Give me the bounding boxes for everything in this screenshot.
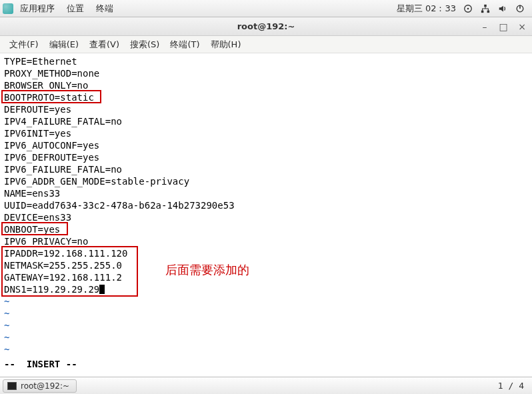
config-line: PROXY_METHOD=none [4, 67, 528, 79]
vim-empty-line: ~ [4, 331, 528, 343]
terminal-viewport[interactable]: TYPE=EthernetPROXY_METHOD=noneBROWSER_ON… [0, 53, 532, 377]
config-line: UUID=eadd7634-33c2-478a-b62a-14b273290e5… [4, 199, 528, 211]
close-button[interactable]: × [516, 21, 528, 33]
menu-help[interactable]: 帮助(H) [205, 39, 247, 51]
terminal-menubar: 文件(F) 编辑(E) 查看(V) 搜索(S) 终端(T) 帮助(H) [0, 36, 532, 53]
config-line: DEFROUTE=yes [4, 103, 528, 115]
config-line: ONBOOT=yes [4, 223, 528, 235]
svg-rect-2 [484, 4, 487, 7]
config-line: IPV6_FAILURE_FATAL=no [4, 163, 528, 175]
power-icon[interactable] [515, 3, 525, 14]
desktop-bottom-panel: root@192:~ 1 / 4 [0, 377, 532, 394]
config-line: IPADDR=192.168.111.120 [4, 247, 528, 259]
config-line: IPV6_DEFROUTE=yes [4, 151, 528, 163]
menu-file[interactable]: 文件(F) [4, 39, 44, 51]
vim-empty-line: ~ [4, 343, 528, 355]
workspace-pager[interactable]: 1 / 4 [498, 381, 529, 391]
window-titlebar[interactable]: root@192:~ – □ × [0, 17, 532, 36]
config-line: IPV6_PRIVACY=no [4, 235, 528, 247]
taskbar-terminal-button[interactable]: root@192:~ [3, 379, 77, 393]
volume-icon[interactable] [497, 3, 508, 14]
svg-rect-3 [481, 10, 484, 13]
window-title: root@192:~ [0, 21, 532, 31]
vim-empty-line: ~ [4, 295, 528, 307]
maximize-button[interactable]: □ [497, 21, 509, 33]
activities-icon[interactable] [3, 3, 13, 14]
desktop-top-panel: 应用程序 位置 终端 星期三 02：33 [0, 0, 532, 17]
svg-point-1 [467, 7, 469, 9]
vim-mode-indicator: -- INSERT -- [4, 358, 528, 370]
config-line: IPV4_FAILURE_FATAL=no [4, 115, 528, 127]
terminal-window: root@192:~ – □ × 文件(F) 编辑(E) 查看(V) 搜索(S)… [0, 17, 532, 377]
text-cursor [99, 285, 105, 294]
places-menu[interactable]: 位置 [61, 3, 89, 15]
config-line: NETMASK=255.255.255.0 [4, 259, 528, 271]
network-icon[interactable] [480, 3, 491, 14]
config-line: TYPE=Ethernet [4, 55, 528, 67]
menu-view[interactable]: 查看(V) [84, 39, 125, 51]
clock-label[interactable]: 星期三 02：33 [397, 3, 456, 15]
status-icon[interactable] [463, 3, 473, 14]
config-line: BROWSER_ONLY=no [4, 79, 528, 91]
menu-edit[interactable]: 编辑(E) [44, 39, 84, 51]
config-line: DEVICE=ens33 [4, 211, 528, 223]
menu-search[interactable]: 搜索(S) [125, 39, 165, 51]
svg-rect-4 [487, 10, 490, 13]
taskbar-label: root@192:~ [21, 381, 69, 391]
config-line: GATEWAY=192.168.111.2 [4, 271, 528, 283]
menu-terminal[interactable]: 终端(T) [165, 39, 205, 51]
terminal-menu-shortcut[interactable]: 终端 [91, 3, 119, 15]
minimize-button[interactable]: – [479, 21, 491, 33]
config-line: DNS1=119.29.29.29 [4, 283, 528, 295]
applications-menu[interactable]: 应用程序 [15, 3, 60, 15]
config-line: IPV6INIT=yes [4, 127, 528, 139]
config-line: NAME=ens33 [4, 187, 528, 199]
terminal-icon [7, 382, 17, 390]
config-line: BOOTPROTO=static [4, 91, 528, 103]
vim-empty-line: ~ [4, 319, 528, 331]
vim-empty-line: ~ [4, 307, 528, 319]
config-line: IPV6_ADDR_GEN_MODE=stable-privacy [4, 175, 528, 187]
config-line: IPV6_AUTOCONF=yes [4, 139, 528, 151]
